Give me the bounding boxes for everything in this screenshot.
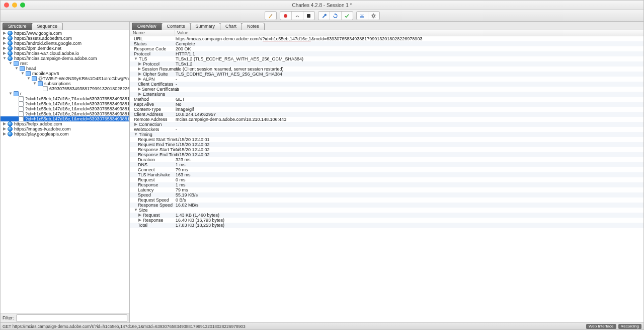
tab-summary[interactable]: Summary: [190, 23, 221, 30]
disclosure-triangle-icon[interactable]: ▼: [27, 76, 31, 81]
zoom-icon[interactable]: [20, 3, 25, 8]
tree-row[interactable]: ▶?id=h1c55eb,147d16e,2&mcId=639307658349…: [1, 111, 129, 116]
disclosure-triangle-icon[interactable]: ▶: [138, 87, 141, 92]
disclosure-triangle-icon[interactable]: ▶: [3, 46, 7, 51]
tree-row[interactable]: ▶?id=h1c55eb,147d16e,1&mcId=639307658349…: [1, 106, 129, 111]
tree-label: https://images-tv.adobe.com: [14, 126, 70, 131]
disclosure-triangle-icon[interactable]: ▼: [21, 71, 25, 76]
tab-structure[interactable]: Structure: [3, 23, 32, 30]
disclosure-triangle-icon[interactable]: ▶: [138, 92, 142, 97]
detail-value: 10.8.244.149:62957: [175, 112, 643, 117]
pill-recording[interactable]: Recording: [618, 324, 641, 329]
disclosure-triangle-icon[interactable]: ▶: [138, 213, 142, 218]
tree-row[interactable]: ▼rest: [1, 61, 129, 66]
tree-row[interactable]: ▶?id=h1c55eb,147d16e,1&mcId=639307658349…: [1, 116, 129, 121]
tree-row[interactable]: ▶https://play.googleapis.com: [1, 131, 129, 137]
tab-overview[interactable]: Overview: [132, 23, 162, 30]
disclosure-triangle-icon[interactable]: ▶: [138, 72, 142, 77]
disclosure-triangle-icon[interactable]: ▶: [3, 31, 7, 36]
detail-row: DNS1 ms: [130, 162, 643, 167]
disclosure-triangle-icon[interactable]: ▶: [3, 126, 7, 131]
disclosure-triangle-icon[interactable]: ▼: [15, 66, 19, 71]
tree-row[interactable]: ▶https://helpx.adobe.com: [1, 121, 129, 126]
refresh-icon[interactable]: [330, 12, 342, 20]
folder-icon: [26, 71, 31, 76]
disclosure-triangle-icon[interactable]: ▼: [33, 81, 37, 86]
detail-value: image/gif: [175, 107, 643, 112]
tree-row[interactable]: ▼head: [1, 66, 129, 71]
disclosure-triangle-icon[interactable]: ▶: [138, 77, 142, 82]
window-title: Charles 4.2.8 - Session 1 *: [1, 3, 643, 8]
filter-input[interactable]: [16, 314, 128, 322]
check-icon[interactable]: [342, 12, 353, 20]
tree-row[interactable]: ▶https://dpm.demdex.net: [1, 46, 129, 51]
close-icon[interactable]: [4, 3, 9, 8]
wrench-icon[interactable]: [318, 12, 330, 20]
tree-label: ?id=h1c55eb,147d16e,1&mcId=6393076583493…: [25, 101, 129, 106]
detail-key: Client Address: [134, 112, 163, 117]
disclosure-triangle-icon[interactable]: ▶: [3, 121, 7, 126]
tree-row[interactable]: ▶https://images-tv.adobe.com: [1, 126, 129, 131]
pause-icon[interactable]: [292, 12, 303, 20]
detail-value: No: [175, 102, 643, 107]
tree-row[interactable]: ▼subscriptions: [1, 81, 129, 86]
globe-icon: [8, 36, 13, 41]
detail-table[interactable]: URLhttps://mcias.campaign-demo.adobe.com…: [130, 36, 643, 322]
tree-row[interactable]: ▶https://android.clients.google.com: [1, 41, 129, 46]
gear-icon[interactable]: [368, 12, 379, 20]
detail-key: Status: [134, 41, 147, 46]
detail-value: TLSv1.2 (TLS_ECDHE_RSA_WITH_AES_256_GCM_…: [175, 56, 643, 61]
tree-row[interactable]: ▶https://www.google.com: [1, 31, 129, 36]
disclosure-triangle-icon[interactable]: ▶: [3, 51, 7, 56]
tab-sequence[interactable]: Sequence: [32, 23, 63, 30]
disclosure-triangle-icon[interactable]: ▶: [138, 61, 142, 67]
disclosure-triangle-icon[interactable]: ▼: [134, 208, 138, 213]
scissors-icon[interactable]: [357, 12, 368, 20]
detail-row: Response1 ms: [130, 182, 643, 187]
pill-web-interface[interactable]: Web Interface: [586, 324, 616, 329]
detail-row: ▶Server Certificates2: [130, 87, 643, 92]
disclosure-triangle-icon[interactable]: ▶: [138, 67, 141, 72]
tab-notes[interactable]: Notes: [242, 23, 265, 30]
detail-row: Speed55.19 KB/s: [130, 192, 643, 197]
disclosure-triangle-icon[interactable]: ▶: [3, 41, 7, 46]
left-panel: Structure Sequence ▶https://www.google.c…: [1, 22, 130, 322]
tree-row[interactable]: ▼r: [1, 91, 129, 96]
tree-row[interactable]: ▶https://mcias-va7.cloud.adobe.io: [1, 51, 129, 56]
detail-value: 1/15/20 12:40:02: [175, 147, 643, 152]
disclosure-triangle-icon[interactable]: ▼: [134, 132, 138, 137]
tree-row[interactable]: ▼@TWI5iF-We2N39yKR6s1D4S1oIroGbwgPn8z6uS…: [1, 76, 129, 81]
detail-value: 0 ms: [175, 177, 643, 182]
record-icon[interactable]: [280, 12, 292, 20]
stop-icon[interactable]: [303, 12, 314, 20]
tab-chart[interactable]: Chart: [220, 23, 242, 30]
disclosure-triangle-icon[interactable]: ▶: [3, 36, 7, 41]
disclosure-triangle-icon[interactable]: ▼: [134, 56, 138, 61]
disclosure-triangle-icon[interactable]: ▶: [134, 122, 138, 127]
tree-label: r: [20, 91, 22, 96]
detail-value: GET: [175, 97, 643, 102]
disclosure-triangle-icon[interactable]: ▼: [3, 56, 7, 61]
detail-key: Kept Alive: [134, 102, 154, 107]
tree-row[interactable]: ▶https://assets.adobedtm.com: [1, 36, 129, 41]
tree-row[interactable]: ▼https://mcias.campaign-demo.adobe.com: [1, 56, 129, 61]
detail-row: Request Speed0 B/s: [130, 197, 643, 203]
disclosure-triangle-icon[interactable]: ▼: [9, 61, 13, 66]
disclosure-triangle-icon[interactable]: ▶: [138, 218, 142, 223]
globe-icon: [8, 131, 13, 137]
tree-row[interactable]: ▶?id=h1c55eb,147d16e,1&mcId=639307658349…: [1, 101, 129, 106]
tree-row[interactable]: ▶?id=h1c55eb,147d16e,7&mcId=639307658349…: [1, 96, 129, 101]
tree-label: https://assets.adobedtm.com: [14, 36, 72, 41]
structure-tree[interactable]: ▶https://www.google.com▶https://assets.a…: [1, 30, 129, 313]
broom-icon[interactable]: [265, 12, 276, 20]
tree-label: https://mcias.campaign-demo.adobe.com: [14, 56, 97, 61]
tree-row[interactable]: ▶6393076583493881799913201802822697890​3: [1, 86, 129, 91]
minimize-icon[interactable]: [12, 3, 17, 8]
disclosure-triangle-icon[interactable]: ▼: [9, 91, 13, 96]
detail-value: TLSv1.2: [175, 61, 643, 67]
tab-contents[interactable]: Contents: [162, 23, 191, 30]
detail-value: 16.02 MB/s: [175, 203, 643, 208]
tree-row[interactable]: ▼mobileAppV5: [1, 71, 129, 76]
disclosure-triangle-icon[interactable]: ▶: [3, 131, 7, 137]
detail-row: ▶Connection: [130, 122, 643, 127]
